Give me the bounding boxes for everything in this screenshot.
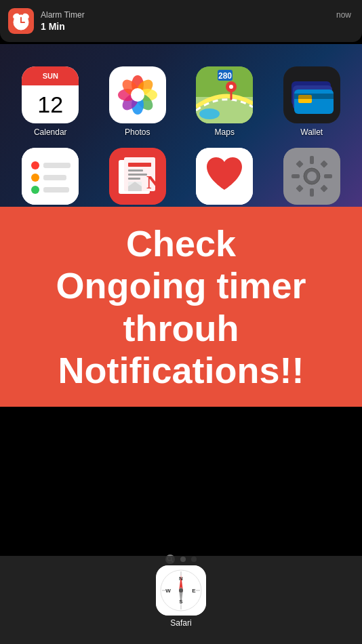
svg-rect-31	[43, 163, 71, 168]
notif-message: 1 Min	[41, 21, 351, 32]
svg-text:N: N	[146, 172, 160, 193]
health-icon	[196, 148, 253, 205]
svg-rect-53	[324, 174, 332, 178]
calendar-icon: SUN 12	[22, 66, 79, 123]
app-item-wallet[interactable]: Wallet	[268, 61, 356, 142]
notif-app-icon	[8, 8, 34, 34]
notification-banner[interactable]: Alarm Timer now 1 Min	[0, 0, 362, 42]
svg-point-15	[131, 88, 144, 102]
calendar-month: SUN	[22, 66, 79, 85]
black-section	[0, 407, 362, 555]
svg-text:E: E	[192, 588, 196, 594]
notif-text-block: Alarm Timer now 1 Min	[41, 10, 351, 32]
app-item-calendar[interactable]: SUN 12 Calendar	[7, 61, 94, 142]
maps-icon: 280	[196, 66, 253, 123]
svg-rect-42	[128, 174, 147, 176]
svg-point-72	[179, 588, 183, 592]
svg-point-32	[31, 174, 39, 182]
svg-text:N: N	[179, 576, 183, 582]
svg-rect-40	[128, 163, 151, 167]
app-grid: SUN 12 Calendar	[0, 54, 362, 230]
dock: N S W E Safari	[0, 556, 362, 644]
notif-app-name: Alarm Timer	[41, 10, 85, 20]
safari-icon: N S W E	[156, 565, 206, 616]
reminders-icon	[22, 148, 79, 205]
svg-point-30	[31, 161, 39, 169]
news-icon: N	[109, 148, 166, 205]
svg-rect-33	[43, 175, 66, 180]
svg-rect-51	[310, 188, 314, 197]
dock-item-safari[interactable]: N S W E Safari	[156, 565, 206, 628]
svg-text:280: 280	[218, 71, 232, 81]
svg-point-22	[229, 85, 233, 89]
svg-text:W: W	[165, 588, 171, 594]
svg-point-34	[31, 186, 39, 194]
svg-point-49	[307, 172, 317, 181]
calendar-label: Calendar	[34, 127, 67, 137]
photos-icon	[109, 66, 166, 123]
svg-rect-41	[128, 169, 143, 172]
svg-rect-52	[291, 174, 300, 178]
svg-rect-28	[294, 94, 334, 99]
app-item-photos[interactable]: Photos	[94, 61, 182, 142]
svg-text:S: S	[179, 599, 183, 605]
safari-label: Safari	[170, 618, 191, 628]
settings-icon	[283, 148, 340, 205]
banner-text: Check Ongoing timer throuh Notifications…	[56, 222, 306, 390]
photos-label: Photos	[125, 127, 150, 137]
app-item-maps[interactable]: 280 Maps	[181, 61, 268, 142]
maps-label: Maps	[215, 127, 235, 137]
svg-rect-50	[310, 156, 314, 164]
calendar-day: 12	[37, 85, 63, 123]
wallet-label: Wallet	[300, 127, 323, 137]
wallet-icon	[283, 66, 340, 123]
svg-point-18	[199, 108, 220, 119]
promo-banner: Check Ongoing timer throuh Notifications…	[0, 207, 362, 407]
notif-time: now	[336, 10, 351, 20]
svg-rect-43	[128, 178, 140, 180]
svg-rect-35	[43, 187, 69, 193]
